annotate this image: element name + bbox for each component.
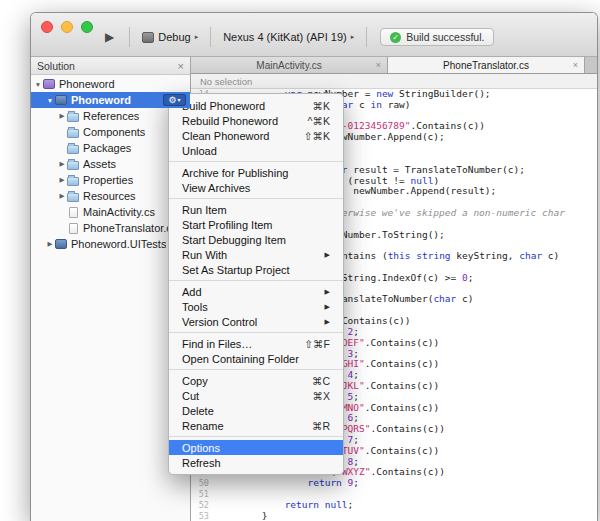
menu-item-start-debugging-item[interactable]: Start Debugging Item: [169, 232, 343, 247]
twisty-icon[interactable]: ▼: [33, 81, 43, 88]
breadcrumb[interactable]: No selection: [191, 74, 597, 89]
menu-item-rename[interactable]: Rename⌘R: [169, 418, 343, 433]
tree-item-phonetranslator-cs[interactable]: PhoneTranslator.cs: [31, 220, 190, 236]
menu-item-label: Clean Phoneword: [182, 130, 294, 142]
twisty-icon[interactable]: ▶: [57, 192, 67, 200]
menu-item-archive-for-publishing[interactable]: Archive for Publishing: [169, 165, 343, 180]
toolbar-separator: [210, 27, 211, 47]
configuration-selector[interactable]: Debug ▸: [135, 31, 205, 43]
context-menu: Build Phoneword⌘KRebuild Phoneword^⌘KCle…: [168, 93, 344, 475]
window-zoom-button[interactable]: [81, 21, 93, 33]
menu-item-version-control[interactable]: Version Control▶: [169, 314, 343, 329]
window-minimize-button[interactable]: [61, 21, 73, 33]
tree-item-phoneword[interactable]: ▼Phoneword⚙▾: [31, 92, 190, 108]
twisty-icon[interactable]: ▶: [57, 176, 67, 184]
tree-item-phoneword-uitests[interactable]: ▶Phoneword.UITests: [31, 236, 190, 252]
toolbar-separator: [366, 27, 367, 47]
menu-item-start-profiling-item[interactable]: Start Profiling Item: [169, 217, 343, 232]
tree-item-label: Assets: [83, 158, 116, 170]
twisty-icon[interactable]: ▶: [57, 112, 67, 120]
menu-item-find-in-files[interactable]: Find in Files…⇧⌘F: [169, 336, 343, 351]
menu-item-label: Archive for Publishing: [182, 167, 330, 179]
ide-window: ▶ Debug ▸ Nexus 4 (KitKat) (API 19) ▸ ✓ …: [30, 12, 598, 521]
tree-item-resources[interactable]: ▶Resources: [31, 188, 190, 204]
line-number: 53: [191, 511, 216, 521]
tree-item-label: Packages: [83, 142, 131, 154]
twisty-icon[interactable]: ▼: [45, 97, 55, 104]
menu-item-label: Cut: [182, 390, 302, 402]
menu-item-label: Set As Startup Project: [182, 264, 330, 276]
menu-item-set-as-startup-project[interactable]: Set As Startup Project: [169, 262, 343, 277]
tree-item-mainactivity-cs[interactable]: MainActivity.cs: [31, 204, 190, 220]
code-line: 53 }: [191, 511, 597, 521]
chevron-right-icon: ▸: [351, 33, 355, 41]
close-icon[interactable]: ×: [376, 60, 381, 70]
menu-separator: [169, 436, 343, 437]
menu-item-delete[interactable]: Delete: [169, 403, 343, 418]
menu-item-refresh[interactable]: Refresh: [169, 455, 343, 470]
menu-shortcut: ⌘C: [312, 375, 330, 387]
menu-item-label: Add: [182, 286, 315, 298]
menu-item-tools[interactable]: Tools▶: [169, 299, 343, 314]
tree-item-assets[interactable]: ▶Assets: [31, 156, 190, 172]
run-button[interactable]: ▶: [95, 30, 124, 44]
line-number: 51: [191, 489, 216, 500]
menu-item-cut[interactable]: Cut⌘X: [169, 388, 343, 403]
twisty-icon[interactable]: ▶: [57, 160, 67, 168]
menu-item-label: Options: [182, 442, 330, 454]
code-line: 50 return 9;: [191, 478, 597, 489]
menu-item-label: Start Debugging Item: [182, 234, 330, 246]
menu-shortcut: ⇧⌘K: [304, 130, 330, 142]
device-selector[interactable]: Nexus 4 (KitKat) (API 19) ▸: [216, 31, 361, 43]
menu-shortcut: ⌘X: [312, 390, 330, 402]
window-close-button[interactable]: [41, 21, 53, 33]
tree-item-components[interactable]: Components: [31, 124, 190, 140]
menu-item-build-phoneword[interactable]: Build Phoneword⌘K: [169, 98, 343, 113]
solution-icon: [43, 79, 55, 89]
build-status-text: Build successful.: [406, 31, 484, 43]
tree-item-properties[interactable]: ▶Properties: [31, 172, 190, 188]
tree-item-label: PhoneTranslator.cs: [83, 222, 177, 234]
device-icon: [142, 32, 154, 43]
menu-item-run-item[interactable]: Run Item: [169, 202, 343, 217]
menu-item-rebuild-phoneword[interactable]: Rebuild Phoneword^⌘K: [169, 113, 343, 128]
menu-item-label: Version Control: [182, 316, 315, 328]
menu-item-label: Rename: [182, 420, 302, 432]
project-icon: [55, 239, 67, 249]
solution-tree: ▼Phoneword▼Phoneword⚙▾▶ReferencesCompone…: [31, 75, 190, 521]
menu-item-unload[interactable]: Unload: [169, 143, 343, 158]
menu-item-options[interactable]: Options: [169, 440, 343, 455]
menu-shortcut: ⇧⌘F: [304, 338, 330, 350]
caret-down-icon: ▾: [178, 97, 181, 103]
close-icon[interactable]: ×: [178, 60, 184, 72]
tree-item-label: Properties: [83, 174, 133, 186]
twisty-icon[interactable]: ▶: [45, 240, 55, 248]
menu-item-label: Tools: [182, 301, 315, 313]
folder-icon: [67, 161, 79, 170]
close-icon[interactable]: ×: [573, 60, 578, 70]
menu-item-run-with[interactable]: Run With▶: [169, 247, 343, 262]
menu-item-clean-phoneword[interactable]: Clean Phoneword⇧⌘K: [169, 128, 343, 143]
tree-item-label: Resources: [83, 190, 136, 202]
menu-item-add[interactable]: Add▶: [169, 284, 343, 299]
folder-icon: [67, 145, 79, 154]
tree-item-label: Phoneword: [59, 78, 115, 90]
menu-item-label: Delete: [182, 405, 330, 417]
tab-mainactivity-cs[interactable]: MainActivity.cs×: [191, 57, 388, 73]
menu-item-open-containing-folder[interactable]: Open Containing Folder: [169, 351, 343, 366]
tree-item-references[interactable]: ▶References: [31, 108, 190, 124]
menu-item-copy[interactable]: Copy⌘C: [169, 373, 343, 388]
submenu-arrow-icon: ▶: [325, 303, 330, 311]
menu-shortcut: ⌘R: [312, 420, 330, 432]
csfile-icon: [69, 223, 78, 234]
tree-item-packages[interactable]: Packages: [31, 140, 190, 156]
configuration-label: Debug: [158, 31, 190, 43]
tab-phonetranslator-cs[interactable]: PhoneTranslator.cs×: [388, 57, 585, 73]
solution-pad: Solution × ▼Phoneword▼Phoneword⚙▾▶Refere…: [31, 57, 191, 521]
tree-item-phoneword[interactable]: ▼Phoneword: [31, 76, 190, 92]
line-number: 52: [191, 500, 216, 511]
gear-menu-button[interactable]: ⚙▾: [163, 94, 186, 106]
submenu-arrow-icon: ▶: [325, 288, 330, 296]
menu-item-view-archives[interactable]: View Archives: [169, 180, 343, 195]
breadcrumb-text: No selection: [200, 76, 252, 87]
